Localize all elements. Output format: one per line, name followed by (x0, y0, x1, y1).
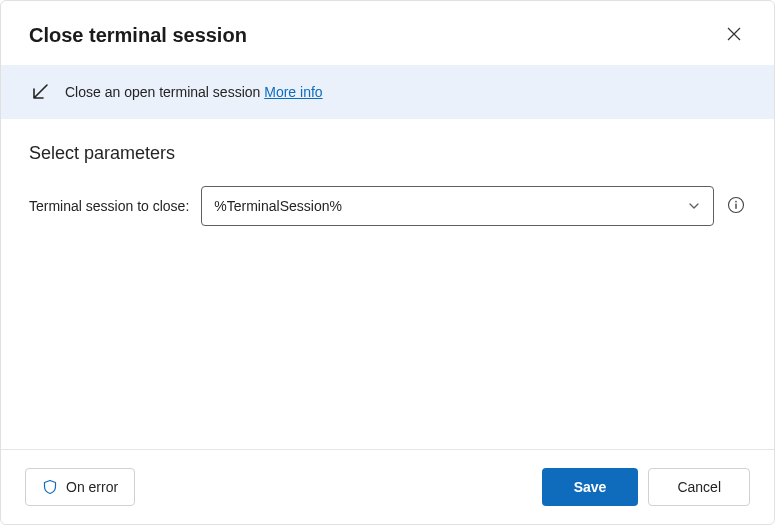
dropdown-value: %TerminalSession% (214, 198, 342, 214)
terminal-session-dropdown[interactable]: %TerminalSession% (201, 186, 714, 226)
chevron-down-icon (687, 199, 701, 213)
arrow-down-left-icon (29, 81, 51, 103)
cancel-button[interactable]: Cancel (648, 468, 750, 506)
on-error-button[interactable]: On error (25, 468, 135, 506)
dialog-title: Close terminal session (29, 24, 247, 47)
close-icon (727, 27, 741, 44)
svg-rect-2 (735, 203, 736, 208)
banner-description: Close an open terminal session (65, 84, 264, 100)
svg-point-1 (735, 200, 737, 202)
dialog-footer: On error Save Cancel (1, 449, 774, 524)
info-icon (727, 196, 745, 217)
on-error-label: On error (66, 479, 118, 495)
dialog-content: Select parameters Terminal session to cl… (1, 119, 774, 449)
footer-actions: Save Cancel (542, 468, 750, 506)
dialog-header: Close terminal session (1, 1, 774, 65)
save-button[interactable]: Save (542, 468, 639, 506)
param-label: Terminal session to close: (29, 198, 189, 214)
info-banner: Close an open terminal session More info (1, 65, 774, 119)
section-heading: Select parameters (29, 143, 746, 164)
more-info-link[interactable]: More info (264, 84, 322, 100)
shield-icon (42, 479, 58, 495)
close-terminal-session-dialog: Close terminal session Close an open ter… (0, 0, 775, 525)
banner-text-wrap: Close an open terminal session More info (65, 84, 323, 100)
param-row: Terminal session to close: %TerminalSess… (29, 186, 746, 226)
close-button[interactable] (718, 19, 750, 51)
param-info-button[interactable] (726, 196, 746, 216)
